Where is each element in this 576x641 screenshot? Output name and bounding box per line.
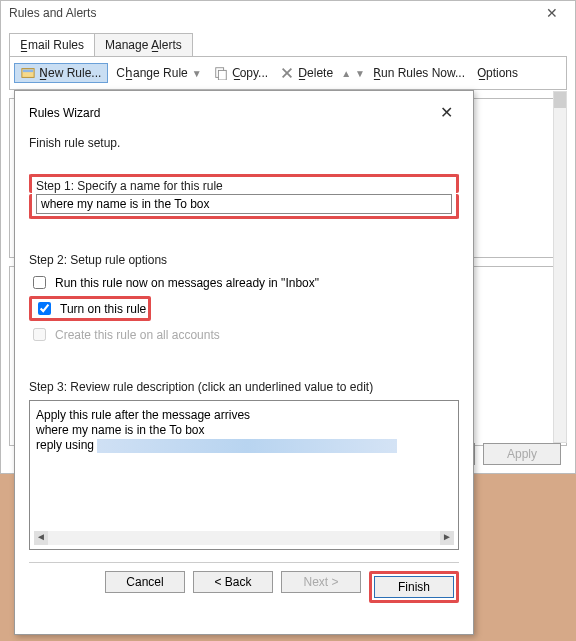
rules-wizard-dialog: Rules Wizard ✕ Finish rule setup. Step 1…: [14, 90, 474, 635]
vertical-scrollbar[interactable]: [553, 91, 567, 443]
redacted-template-link[interactable]: [97, 439, 397, 453]
rule-description-editor[interactable]: Apply this rule after the message arrive…: [29, 400, 459, 550]
window-close-icon[interactable]: ✕: [537, 5, 567, 21]
desc-line-1: Apply this rule after the message arrive…: [36, 408, 452, 422]
step2-label: Step 2: Setup rule options: [29, 253, 459, 267]
step3-label: Step 3: Review rule description (click a…: [29, 380, 459, 394]
apply-button: Apply: [483, 443, 561, 465]
chevron-down-icon: ▼: [192, 68, 202, 79]
wizard-next-button: Next >: [281, 571, 361, 593]
run-rules-button[interactable]: R̲un Rules Now...: [369, 64, 469, 82]
window-title: Rules and Alerts: [9, 6, 96, 20]
scroll-right-icon[interactable]: ►: [440, 531, 454, 545]
wizard-title: Rules Wizard: [29, 106, 100, 120]
move-down-icon[interactable]: ▼: [355, 68, 365, 79]
scroll-left-icon[interactable]: ◄: [34, 531, 48, 545]
rule-icon: [21, 66, 35, 80]
delete-button[interactable]: D̲elete: [276, 64, 337, 82]
change-rule-button[interactable]: Ch̲ange Rule ▼: [112, 64, 205, 82]
copy-icon: [214, 66, 228, 80]
wizard-back-button[interactable]: < Back: [193, 571, 273, 593]
desc-line-2: where my name is in the To box: [36, 423, 452, 437]
finish-setup-label: Finish rule setup.: [29, 136, 459, 150]
desc-line-3: reply using: [36, 438, 452, 453]
tab-email-rules[interactable]: E̲mail Rules: [9, 33, 95, 56]
tab-manage-alerts[interactable]: Manage A̲lerts: [94, 33, 193, 56]
svg-rect-1: [23, 70, 34, 73]
step1-label: Step 1: Specify a name for this rule: [36, 179, 452, 193]
wizard-cancel-button[interactable]: Cancel: [105, 571, 185, 593]
options-button[interactable]: O̲ptions: [473, 64, 522, 82]
run-now-checkbox[interactable]: Run this rule now on messages already in…: [29, 273, 459, 292]
wizard-finish-button[interactable]: Finish: [374, 576, 454, 598]
rules-toolbar: N̲ew Rule... Ch̲ange Rule ▼ C̲opy... D̲e…: [9, 56, 567, 90]
horizontal-scrollbar[interactable]: ◄ ►: [34, 531, 454, 545]
move-up-icon[interactable]: ▲: [341, 68, 351, 79]
rule-name-input[interactable]: [36, 194, 452, 214]
copy-button[interactable]: C̲opy...: [210, 64, 272, 82]
new-rule-button[interactable]: N̲ew Rule...: [14, 63, 108, 83]
all-accounts-checkbox: Create this rule on all accounts: [29, 325, 459, 344]
wizard-close-icon[interactable]: ✕: [434, 101, 459, 124]
svg-rect-3: [218, 70, 226, 80]
turn-on-rule-checkbox[interactable]: Turn on this rule: [34, 299, 146, 318]
delete-icon: [280, 66, 294, 80]
